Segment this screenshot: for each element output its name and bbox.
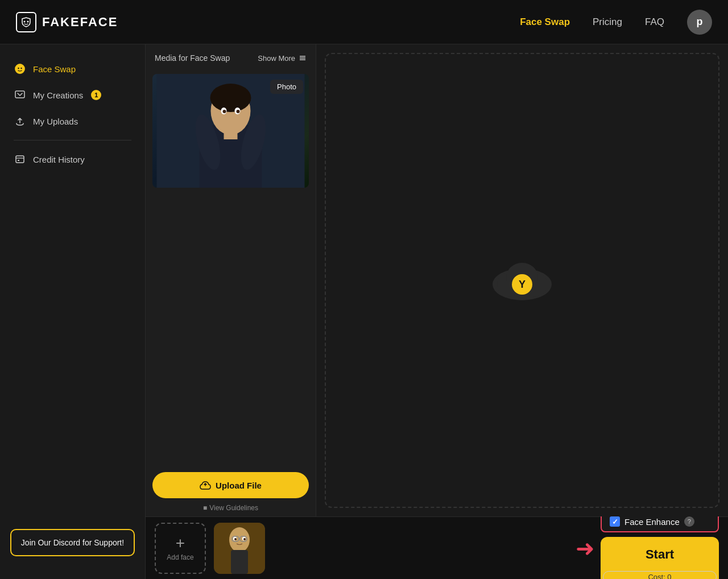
header-nav: Face Swap Pricing FAQ p: [520, 10, 712, 35]
logo-icon: [16, 12, 36, 32]
sidebar-footer: Join Our Discord for Support!: [0, 518, 145, 568]
media-footer: Upload File ■ View Guidelines: [146, 464, 316, 516]
sidebar-item-credit-history[interactable]: Credit History: [0, 146, 145, 172]
logo-text: FAKEFACE: [42, 15, 118, 30]
media-panel: Media for Face Swap Show More: [146, 44, 316, 516]
result-panel: Y: [316, 44, 728, 516]
svg-point-2: [15, 64, 24, 73]
sidebar-label-my-creations: My Creations: [33, 90, 83, 100]
panels: Media for Face Swap Show More: [146, 44, 728, 516]
upload-btn-label: Upload File: [216, 481, 262, 490]
header: FAKEFACE Face Swap Pricing FAQ p: [0, 0, 728, 44]
sidebar: Face Swap My Creations 1 My Uploads: [0, 44, 146, 579]
view-guidelines[interactable]: ■ View Guidelines: [152, 504, 309, 512]
svg-point-18: [210, 84, 251, 112]
start-button[interactable]: Start: [603, 539, 717, 570]
nav-face-swap[interactable]: Face Swap: [520, 16, 570, 28]
face-swap-icon: [14, 63, 26, 75]
sidebar-label-credit-history: Credit History: [33, 155, 85, 164]
svg-rect-5: [15, 91, 24, 98]
arrow-icon: ➜: [576, 537, 595, 560]
help-icon[interactable]: ?: [684, 516, 694, 527]
my-creations-icon: [14, 89, 26, 101]
nav-pricing[interactable]: Pricing: [593, 16, 622, 28]
svg-point-22: [237, 110, 240, 113]
svg-point-4: [20, 68, 22, 69]
media-header: Media for Face Swap Show More: [146, 44, 316, 69]
credit-history-icon: [14, 153, 26, 166]
face-thumbnail: [214, 523, 265, 574]
svg-point-1: [27, 20, 29, 22]
cloud-upload-icon: Y: [488, 255, 556, 306]
svg-point-21: [223, 110, 226, 113]
add-face-label: Add face: [167, 553, 193, 561]
checkmark-icon: ✓: [612, 518, 618, 526]
svg-point-35: [243, 538, 246, 540]
sidebar-label-my-uploads: My Uploads: [33, 117, 78, 126]
sidebar-label-face-swap: Face Swap: [33, 64, 76, 74]
photo-badge: Photo: [270, 80, 303, 94]
creations-badge: 1: [91, 90, 101, 100]
media-scroll-area[interactable]: [146, 192, 316, 464]
media-image-container: Photo: [146, 69, 316, 192]
start-button-container[interactable]: Start Cost: 0: [601, 537, 719, 579]
svg-rect-17: [224, 128, 238, 139]
svg-point-3: [18, 68, 19, 69]
show-more-btn[interactable]: Show More: [258, 54, 307, 63]
svg-text:Y: Y: [519, 279, 526, 290]
logo: FAKEFACE: [16, 12, 118, 32]
view-guidelines-label: View Guidelines: [209, 504, 258, 512]
svg-rect-6: [16, 156, 24, 163]
discord-button[interactable]: Join Our Discord for Support!: [10, 529, 135, 556]
sidebar-item-my-creations[interactable]: My Creations 1: [0, 82, 145, 108]
svg-rect-31: [231, 550, 248, 574]
face-enhance-checkbox[interactable]: ✓: [610, 516, 620, 527]
sidebar-item-face-swap[interactable]: Face Swap: [0, 56, 145, 82]
content-area: Media for Face Swap Show More: [146, 44, 728, 579]
add-face-plus-icon: +: [176, 535, 185, 551]
my-uploads-icon: [14, 115, 26, 127]
svg-point-0: [24, 20, 26, 22]
show-more-label: Show More: [258, 54, 295, 63]
avatar[interactable]: p: [687, 10, 712, 35]
main-layout: Face Swap My Creations 1 My Uploads: [0, 44, 728, 579]
result-drop-zone: Y: [325, 53, 719, 508]
svg-point-34: [234, 538, 237, 540]
sidebar-item-my-uploads[interactable]: My Uploads: [0, 108, 145, 134]
bottom-bar: + Add face: [146, 516, 728, 579]
sidebar-divider: [14, 140, 131, 140]
add-face-button[interactable]: + Add face: [155, 523, 206, 574]
cost-label: Cost: 0: [603, 571, 717, 579]
media-title: Media for Face Swap: [155, 53, 230, 63]
upload-button[interactable]: Upload File: [152, 472, 309, 498]
face-enhance-label: Face Enhance: [624, 517, 680, 527]
nav-faq[interactable]: FAQ: [645, 16, 664, 28]
arrow-area: ➜ ✓ Face Enhance ? Start Cost: 0: [576, 511, 719, 579]
svg-rect-7: [18, 160, 19, 161]
media-thumbnail[interactable]: Photo: [152, 74, 309, 188]
